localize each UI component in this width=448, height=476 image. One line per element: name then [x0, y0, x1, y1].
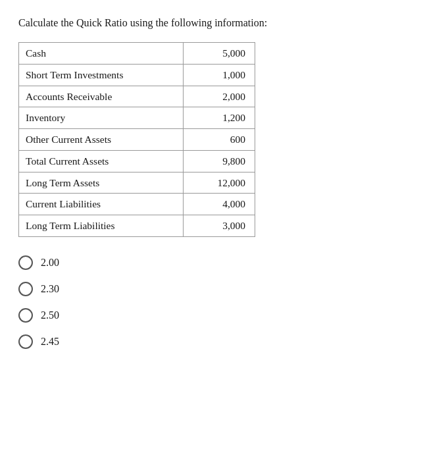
- answer-option-opt-b[interactable]: 2.30: [18, 282, 430, 296]
- option-label-opt-d: 2.45: [41, 336, 59, 348]
- table-cell-value: 1,200: [184, 107, 255, 129]
- answer-option-opt-a[interactable]: 2.00: [18, 255, 430, 270]
- table-row: Short Term Investments1,000: [19, 65, 255, 86]
- radio-button-opt-c[interactable]: [18, 308, 33, 323]
- table-cell-value: 12,000: [184, 172, 255, 194]
- table-cell-label: Other Current Assets: [19, 129, 184, 151]
- financial-data-table: Cash5,000Short Term Investments1,000Acco…: [18, 42, 255, 236]
- option-label-opt-a: 2.00: [41, 257, 59, 269]
- answer-option-opt-d[interactable]: 2.45: [18, 334, 430, 349]
- radio-button-opt-d[interactable]: [18, 334, 33, 349]
- table-cell-label: Short Term Investments: [19, 65, 184, 86]
- table-row: Current Liabilities4,000: [19, 194, 255, 215]
- radio-button-opt-b[interactable]: [18, 282, 33, 296]
- table-cell-label: Long Term Assets: [19, 172, 184, 194]
- table-cell-label: Inventory: [19, 107, 184, 129]
- table-cell-label: Total Current Assets: [19, 150, 184, 172]
- table-cell-value: 4,000: [184, 194, 255, 215]
- table-cell-label: Long Term Liabilities: [19, 215, 184, 236]
- option-label-opt-c: 2.50: [41, 309, 59, 321]
- table-row: Long Term Assets12,000: [19, 172, 255, 194]
- table-cell-value: 9,800: [184, 150, 255, 172]
- table-cell-label: Current Liabilities: [19, 194, 184, 215]
- table-cell-label: Cash: [19, 43, 184, 65]
- table-cell-value: 3,000: [184, 215, 255, 236]
- table-row: Accounts Receivable2,000: [19, 86, 255, 107]
- table-cell-value: 5,000: [184, 43, 255, 65]
- table-row: Long Term Liabilities3,000: [19, 215, 255, 236]
- table-row: Other Current Assets600: [19, 129, 255, 151]
- radio-button-opt-a[interactable]: [18, 255, 33, 270]
- table-cell-value: 1,000: [184, 65, 255, 86]
- table-row: Inventory1,200: [19, 107, 255, 129]
- table-cell-value: 600: [184, 129, 255, 151]
- answer-options: 2.002.302.502.45: [18, 255, 430, 349]
- option-label-opt-b: 2.30: [41, 283, 59, 295]
- question-text: Calculate the Quick Ratio using the foll…: [18, 16, 430, 30]
- answer-option-opt-c[interactable]: 2.50: [18, 308, 430, 323]
- table-cell-label: Accounts Receivable: [19, 86, 184, 107]
- table-cell-value: 2,000: [184, 86, 255, 107]
- table-row: Cash5,000: [19, 43, 255, 65]
- table-row: Total Current Assets9,800: [19, 150, 255, 172]
